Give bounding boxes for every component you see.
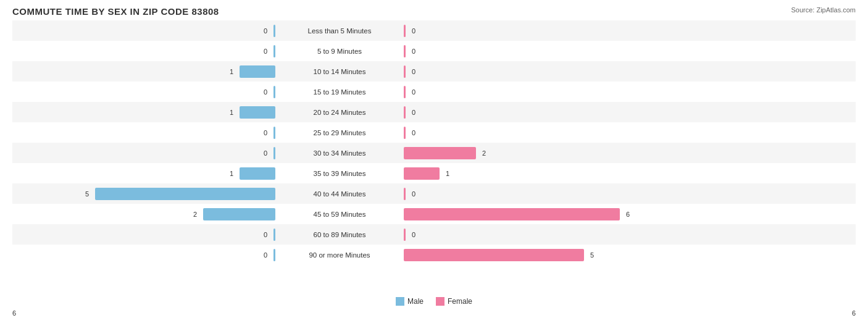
row-label: 5 to 9 Minutes xyxy=(278,48,401,55)
male-bar xyxy=(273,45,275,57)
female-value: 0 xyxy=(409,190,418,198)
bottom-area: Male Female 6 6 xyxy=(12,292,856,317)
female-bar xyxy=(404,147,476,159)
source-label: Source: ZipAtlas.com xyxy=(791,6,856,14)
female-side: 6 xyxy=(401,208,667,220)
row-label: 40 to 44 Minutes xyxy=(278,190,401,198)
axis-label-left: 6 xyxy=(12,309,16,317)
chart-row: 060 to 89 Minutes0 xyxy=(12,224,856,245)
male-bar xyxy=(273,249,275,261)
female-side: 2 xyxy=(401,147,667,159)
male-bar xyxy=(240,106,275,119)
male-bar xyxy=(273,25,275,37)
legend-male: Male xyxy=(396,297,424,306)
female-bar xyxy=(404,249,584,261)
male-side: 0 xyxy=(12,86,278,98)
female-bar xyxy=(404,208,620,220)
chart-row: 0Less than 5 Minutes0 xyxy=(12,20,856,41)
female-value: 0 xyxy=(409,48,418,55)
female-bar xyxy=(404,45,406,57)
female-side: 0 xyxy=(401,86,667,98)
male-side: 5 xyxy=(12,188,278,200)
female-bar xyxy=(404,167,440,180)
female-value: 0 xyxy=(409,27,418,35)
female-side: 5 xyxy=(401,249,667,261)
male-side: 0 xyxy=(12,249,278,261)
female-side: 0 xyxy=(401,127,667,139)
male-bar xyxy=(273,229,275,241)
male-bar xyxy=(240,167,275,180)
female-value: 5 xyxy=(588,251,596,259)
male-value: 0 xyxy=(261,88,270,96)
female-bar xyxy=(404,229,406,241)
male-bar xyxy=(95,188,275,200)
male-value: 5 xyxy=(83,190,91,198)
female-bar xyxy=(404,25,406,37)
male-side: 1 xyxy=(12,65,278,78)
male-bar xyxy=(273,147,275,159)
chart-row: 090 or more Minutes5 xyxy=(12,245,856,265)
female-value: 1 xyxy=(443,170,452,177)
chart-row: 025 to 29 Minutes0 xyxy=(12,122,856,143)
female-bar xyxy=(404,106,406,119)
chart-row: 015 to 19 Minutes0 xyxy=(12,82,856,102)
male-bar xyxy=(273,86,275,98)
male-value: 0 xyxy=(261,129,270,136)
female-bar xyxy=(404,188,406,200)
legend-male-label: Male xyxy=(407,297,424,306)
male-side: 0 xyxy=(12,45,278,57)
female-side: 0 xyxy=(401,229,667,241)
male-side: 0 xyxy=(12,127,278,139)
chart-title: COMMUTE TIME BY SEX IN ZIP CODE 83808 xyxy=(12,6,856,17)
male-bar xyxy=(240,65,275,78)
female-value: 6 xyxy=(624,211,632,218)
row-label: Less than 5 Minutes xyxy=(278,27,401,35)
male-side: 0 xyxy=(12,229,278,241)
male-bar xyxy=(203,208,275,220)
female-side: 0 xyxy=(401,65,667,78)
male-value: 0 xyxy=(261,251,270,259)
male-value: 0 xyxy=(261,48,270,55)
female-side: 0 xyxy=(401,45,667,57)
row-label: 25 to 29 Minutes xyxy=(278,129,401,136)
female-value: 0 xyxy=(409,109,418,116)
axis-label-right: 6 xyxy=(852,309,856,317)
chart-row: 135 to 39 Minutes1 xyxy=(12,163,856,183)
male-value: 1 xyxy=(227,68,236,75)
male-value: 0 xyxy=(261,231,270,238)
chart-rows: 0Less than 5 Minutes005 to 9 Minutes0110… xyxy=(12,20,856,265)
male-value: 1 xyxy=(227,170,236,177)
female-bar xyxy=(404,65,406,78)
female-side: 0 xyxy=(401,188,667,200)
row-label: 45 to 59 Minutes xyxy=(278,211,401,218)
chart-row: 120 to 24 Minutes0 xyxy=(12,102,856,122)
female-value: 0 xyxy=(409,68,418,75)
row-label: 20 to 24 Minutes xyxy=(278,109,401,116)
male-value: 0 xyxy=(261,149,270,157)
female-value: 0 xyxy=(409,88,418,96)
row-label: 30 to 34 Minutes xyxy=(278,149,401,157)
male-side: 1 xyxy=(12,106,278,119)
chart-row: 245 to 59 Minutes6 xyxy=(12,204,856,224)
female-value: 2 xyxy=(480,149,488,157)
male-value: 2 xyxy=(191,211,199,218)
male-side: 2 xyxy=(12,208,278,220)
male-bar xyxy=(273,127,275,139)
chart-row: 540 to 44 Minutes0 xyxy=(12,183,856,204)
female-bar xyxy=(404,86,406,98)
legend-male-box xyxy=(396,297,404,306)
male-side: 1 xyxy=(12,167,278,180)
female-value: 0 xyxy=(409,231,418,238)
row-label: 60 to 89 Minutes xyxy=(278,231,401,238)
female-side: 0 xyxy=(401,106,667,119)
legend: Male Female xyxy=(12,297,856,306)
female-bar xyxy=(404,127,406,139)
chart-container: COMMUTE TIME BY SEX IN ZIP CODE 83808 So… xyxy=(0,0,868,323)
male-side: 0 xyxy=(12,147,278,159)
male-value: 0 xyxy=(261,27,270,35)
male-side: 0 xyxy=(12,25,278,37)
female-side: 1 xyxy=(401,167,667,180)
legend-female-label: Female xyxy=(448,297,472,306)
chart-row: 05 to 9 Minutes0 xyxy=(12,41,856,61)
female-value: 0 xyxy=(409,129,418,136)
